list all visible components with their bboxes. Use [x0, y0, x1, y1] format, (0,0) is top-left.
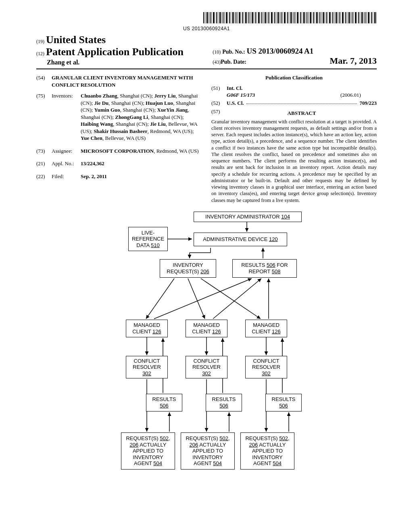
applno-label: Appl. No.: [52, 160, 81, 167]
pub-no-value: US 2013/0060924 A1 [247, 47, 314, 55]
intcl-label: Int. Cl. [227, 85, 377, 92]
field-code-75: (75) [36, 92, 52, 142]
req-applied-ref1-2: 502 [219, 435, 228, 441]
results-ref-1: 506 [160, 403, 169, 409]
results-text-1: RESULTS [152, 396, 176, 402]
box-requests-applied-1: REQUEST(S) 502, 206 ACTUALLY APPLIED TO … [121, 432, 175, 470]
req-applied-ref3-1: 504 [153, 460, 162, 466]
field-code-19: (19) [36, 39, 44, 44]
conflict-resolver-text-2: CONFLICT RESOLVER [192, 358, 221, 370]
inventors-list: Chuanbo Zhang, Shanghai (CN); Jerry Liu,… [81, 92, 202, 142]
invention-title: GRANULAR CLIENT INVENTORY MANAGEMENT WIT… [52, 74, 202, 88]
uscl-label: U.S. Cl. [227, 100, 244, 107]
admin-device-ref: 120 [269, 236, 278, 242]
box-conflict-resolver-2: CONFLICT RESOLVER 302 [186, 356, 227, 378]
box-results-3: RESULTS 506 [265, 394, 302, 411]
svg-line-7 [188, 278, 205, 319]
box-results-for-report: RESULTS 506 FOR REPORT 508 [232, 259, 297, 278]
results-ref-3: 506 [279, 403, 288, 409]
uscl-value: 709/223 [359, 100, 377, 107]
inv-admin-text: INVENTORY ADMINISTRATOR [205, 214, 281, 220]
results-text-2: RESULTS [212, 396, 236, 402]
pub-date-label: Pub. Date: [221, 59, 246, 65]
field-code-12: (12) [36, 51, 44, 56]
field-code-10: (10) [213, 49, 221, 55]
managed-client-ref-1: 126 [152, 328, 161, 335]
header-divider [36, 69, 377, 69]
applno-value: 13/224,362 [81, 160, 202, 167]
results-text-3: RESULTS [272, 396, 296, 402]
field-code-22: (22) [36, 173, 52, 180]
req-applied-label-3a: REQUEST(S) [245, 435, 279, 441]
filed-value: Sep. 2, 2011 [81, 173, 202, 180]
field-code-73: (73) [36, 148, 52, 155]
box-live-reference-data: LIVE- REFERENCE DATA 510 [128, 227, 168, 251]
filed-label: Filed: [52, 173, 81, 180]
box-inventory-administrator: INVENTORY ADMINISTRATOR 104 [194, 212, 302, 222]
box-requests-applied-2: REQUEST(S) 502, 206 ACTUALLY APPLIED TO … [181, 432, 235, 470]
inv-admin-ref: 104 [281, 214, 290, 220]
req-applied-ref3-3: 504 [273, 460, 282, 466]
svg-line-8 [201, 278, 261, 319]
inv-req-text: INVENTORY REQUEST(S) [167, 262, 203, 274]
figure-diagram: INVENTORY ADMINISTRATOR 104 LIVE- REFERE… [94, 211, 319, 481]
pub-no-label: Pub. No.: [222, 49, 245, 55]
report-ref: 508 [272, 268, 281, 274]
publication-type: Patent Application Publication [46, 46, 184, 58]
svg-line-6 [146, 278, 174, 319]
inv-req-ref: 206 [200, 268, 209, 274]
results-ref-2: 506 [219, 403, 228, 409]
req-applied-ref2-1: 206 [130, 442, 139, 448]
box-results-2: RESULTS 506 [206, 394, 242, 411]
conflict-resolver-ref-2: 302 [202, 370, 211, 376]
left-column: (54) GRANULAR CLIENT INVENTORY MANAGEMEN… [36, 74, 202, 204]
live-ref-ref: 510 [151, 242, 160, 248]
box-administrative-device: ADMINISTRATIVE DEVICE 120 [194, 233, 287, 246]
box-managed-client-3: MANAGED CLIENT 126 [245, 320, 287, 337]
authors-short: Zhang et al. [36, 59, 209, 66]
req-applied-label-1a: REQUEST(S) [126, 435, 160, 441]
field-code-51: (51) [211, 85, 227, 99]
field-code-57: (57) [211, 108, 227, 118]
barcode-number: US 20130060924A1 [36, 26, 377, 31]
uscl-dots [246, 100, 357, 104]
intcl-code: G06F 15/173 [227, 91, 340, 99]
inventors-label: Inventors: [52, 92, 81, 142]
barcode-graphic [203, 12, 377, 23]
managed-client-ref-3: 126 [272, 328, 281, 335]
barcode-block: US 20130060924A1 [36, 12, 377, 31]
box-conflict-resolver-3: CONFLICT RESOLVER 302 [245, 356, 287, 378]
abstract-text: Granular inventory management with confl… [211, 118, 377, 204]
field-code-43: (43) [213, 59, 221, 65]
box-managed-client-1: MANAGED CLIENT 126 [126, 320, 168, 337]
intcl-date: (2006.01) [340, 91, 377, 99]
field-code-52: (52) [211, 100, 227, 107]
req-applied-ref1-1: 502 [160, 435, 169, 441]
req-applied-label-2a: REQUEST(S) [186, 435, 219, 441]
field-code-21: (21) [36, 160, 52, 167]
assignee-label: Assignee: [52, 148, 81, 155]
req-applied-ref2-2: 206 [190, 442, 198, 448]
conflict-resolver-ref-3: 302 [262, 370, 271, 376]
conflict-resolver-text-3: CONFLICT RESOLVER [252, 358, 280, 370]
assignee-value: MICROSOFT CORPORATION, Redmond, WA (US) [81, 148, 202, 155]
box-results-1: RESULTS 506 [146, 394, 182, 411]
document-header: (19) United States (12) Patent Applicati… [36, 34, 377, 66]
req-applied-ref1-3: 502 [279, 435, 288, 441]
results-for-label: RESULTS [241, 262, 267, 268]
classification-heading: Publication Classification [211, 74, 377, 81]
results-for-ref: 506 [267, 262, 275, 268]
country: United States [46, 34, 106, 46]
box-managed-client-2: MANAGED CLIENT 126 [186, 320, 227, 337]
abstract-heading: ABSTRACT [227, 110, 377, 117]
box-conflict-resolver-1: CONFLICT RESOLVER 302 [126, 356, 168, 378]
admin-device-text: ADMINISTRATIVE DEVICE [203, 236, 269, 242]
box-inventory-requests: INVENTORY REQUEST(S) 206 [160, 259, 216, 278]
req-applied-ref3-2: 504 [213, 460, 222, 466]
conflict-resolver-text-1: CONFLICT RESOLVER [133, 358, 161, 370]
managed-client-ref-2: 126 [212, 328, 221, 335]
svg-line-10 [213, 278, 261, 319]
pub-date-value: Mar. 7, 2013 [330, 56, 377, 66]
right-column: Publication Classification (51) Int. Cl.… [211, 74, 377, 204]
svg-line-9 [154, 278, 252, 319]
